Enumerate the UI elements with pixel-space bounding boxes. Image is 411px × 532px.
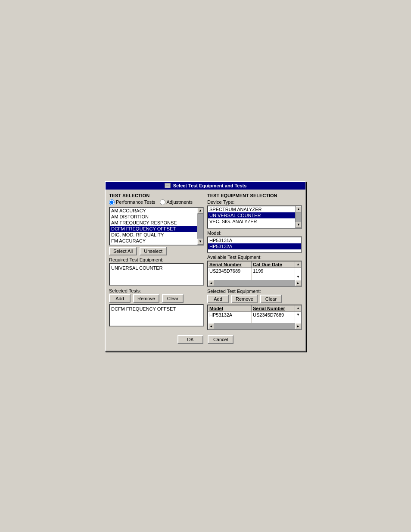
device-type-scrollbar[interactable]: ▲ ▼ [295, 206, 301, 228]
selected-equipment-label: Selected Test Equipment: [207, 289, 302, 294]
radio-adjustments-input[interactable] [160, 199, 165, 205]
scroll-track [296, 212, 302, 222]
model-label: Model: [207, 230, 302, 236]
selected-table-row: HP53132A US2345D7689 ▼ [208, 312, 301, 318]
hscroll-right-btn[interactable]: ► [295, 280, 301, 286]
model-listbox[interactable]: HP53131A HP53132A [207, 236, 302, 253]
list-item[interactable]: HP53132A [208, 243, 301, 249]
selected-tests-add-button[interactable]: Add [109, 294, 131, 303]
available-equipment-label: Available Test Equipment: [207, 255, 302, 260]
radio-adjustments-label: Adjustments [167, 199, 193, 205]
list-item[interactable]: UNIVERSAL COUNTER [208, 212, 295, 218]
selected-tests-remove-button[interactable]: Remove [133, 294, 159, 303]
tests-listbox[interactable]: AM ACCURACY AM DISTORTION AM FREQUENCY R… [109, 207, 204, 246]
selected-tests-clear-button[interactable]: Clear [162, 294, 184, 303]
required-equipment-box: UNIVERSAL COUNTER [109, 263, 204, 286]
available-hscrollbar[interactable]: ◄ ► [208, 280, 301, 286]
list-item[interactable]: AM FREQUENCY RESPONSE [110, 220, 197, 226]
selected-tests-buttons: Add Remove Clear [109, 294, 204, 303]
scroll-down-btn[interactable]: ▼ [197, 239, 203, 245]
col-scroll-up[interactable]: ▲ [295, 261, 301, 268]
list-item[interactable]: SPECTRUM ANALYZER [208, 206, 295, 212]
available-table-row: US2345D7689 1199 [208, 268, 301, 274]
device-type-label: Device Type: [207, 199, 302, 205]
list-item[interactable]: AM ACCURACY [110, 208, 197, 214]
selected-equipment-add-button[interactable]: Add [207, 295, 229, 303]
list-item[interactable]: VEC. SIG. ANALYZER [208, 218, 295, 224]
test-selection-col: TEST SELECTION Performance Tests Adjustm… [109, 193, 204, 330]
col-scroll-up-2[interactable]: ▲ [295, 305, 301, 311]
scroll-up-btn[interactable]: ▲ [296, 206, 302, 212]
dialog-title: Select Test Equipment and Tests [173, 183, 247, 188]
select-all-button[interactable]: Select All [109, 247, 137, 255]
selected-empty-rows [208, 318, 301, 323]
available-cal-cell: 1199 [252, 268, 295, 274]
scroll-down-btn[interactable]: ▼ [296, 222, 302, 228]
available-empty-rows: ▼ [208, 274, 301, 280]
list-item[interactable]: DIG. MOD. RF QUALITY [110, 232, 197, 238]
available-equipment-listbox[interactable]: Serial Number Cal Due Date ▲ US2345D7689… [207, 261, 302, 287]
col-model[interactable]: Model [208, 305, 252, 311]
hscroll-track [214, 280, 295, 286]
test-equipment-col: TEST EQUIPMENT SELECTION Device Type: SP… [207, 193, 302, 330]
scroll-track [197, 214, 203, 239]
selected-model-cell: HP53132A [208, 312, 252, 318]
tests-list[interactable]: AM ACCURACY AM DISTORTION AM FREQUENCY R… [110, 208, 197, 245]
test-equipment-selection-label: TEST EQUIPMENT SELECTION [207, 193, 302, 198]
radio-performance-tests[interactable]: Performance Tests [109, 199, 156, 205]
hscroll-left-btn[interactable]: ◄ [208, 280, 214, 286]
required-equipment-label: Required Test Equipment: [109, 257, 204, 262]
device-type-section: Device Type: SPECTRUM ANALYZER UNIVERSAL… [207, 199, 302, 229]
required-equipment-item: UNIVERSAL COUNTER [111, 265, 202, 271]
test-selection-label: TEST SELECTION [109, 193, 204, 198]
list-item[interactable]: DCFM FREQUENCY OFFSET [110, 226, 197, 232]
scroll-up-btn[interactable]: ▲ [197, 208, 203, 214]
dialog-body: TEST SELECTION Performance Tests Adjustm… [106, 190, 305, 351]
available-serial-cell: US2345D7689 [208, 268, 252, 274]
selected-equipment-clear-button[interactable]: Clear [260, 295, 282, 303]
dialog-footer: OK Cancel [109, 333, 302, 347]
selected-table-header: Model Serial Number ▲ [208, 305, 301, 312]
list-item[interactable]: HP53131A [208, 237, 301, 243]
list-item[interactable]: AM DISTORTION [110, 214, 197, 220]
selected-equipment-buttons: Add Remove Clear [207, 295, 302, 303]
main-columns: TEST SELECTION Performance Tests Adjustm… [109, 193, 302, 330]
required-equipment-section: Required Test Equipment: UNIVERSAL COUNT… [109, 257, 204, 286]
available-table-header: Serial Number Cal Due Date ▲ [208, 261, 301, 268]
device-type-list[interactable]: SPECTRUM ANALYZER UNIVERSAL COUNTER VEC.… [208, 206, 295, 228]
col-scroll-down-2[interactable]: ▼ [295, 312, 301, 318]
selected-tests-section: Selected Tests: Add Remove Clear DCFM FR… [109, 288, 204, 327]
selected-tests-box: DCFM FREQUENCY OFFSET [109, 304, 204, 327]
selected-tests-label: Selected Tests: [109, 288, 204, 293]
col-scroll-down[interactable]: ▼ [295, 274, 301, 280]
hscroll-right-btn-2[interactable]: ► [295, 323, 301, 329]
selected-test-item: DCFM FREQUENCY OFFSET [111, 306, 202, 312]
radio-performance-label: Performance Tests [116, 199, 156, 205]
selected-equipment-remove-button[interactable]: Remove [231, 295, 258, 303]
available-row-spacer [295, 268, 301, 274]
cancel-button[interactable]: Cancel [208, 335, 234, 344]
test-type-radio-group: Performance Tests Adjustments [109, 199, 204, 205]
selected-hscrollbar[interactable]: ◄ ► [208, 323, 301, 329]
list-item[interactable]: FM ACCURACY [110, 238, 197, 244]
selected-equipment-listbox[interactable]: Model Serial Number ▲ HP53132A US2345D76… [207, 305, 302, 330]
dialog-titlebar: — Select Test Equipment and Tests [106, 182, 305, 190]
model-list[interactable]: HP53131A HP53132A [208, 237, 301, 252]
dialog-select-test-equipment: — Select Test Equipment and Tests TEST S… [105, 181, 306, 352]
hscroll-left-btn-2[interactable]: ◄ [208, 323, 214, 329]
ok-button[interactable]: OK [177, 335, 203, 344]
selected-equipment-section: Selected Test Equipment: Add Remove Clea… [207, 289, 302, 330]
select-buttons-row: Select All Unselect [109, 247, 204, 255]
col-cal-due-date[interactable]: Cal Due Date [252, 261, 295, 268]
titlebar-menu-icon[interactable]: — [165, 183, 171, 188]
unselect-button[interactable]: Unselect [140, 247, 167, 255]
radio-performance-input[interactable] [109, 199, 115, 205]
selected-serial-cell: US2345D7689 [252, 312, 295, 318]
col-serial-number[interactable]: Serial Number [208, 261, 252, 268]
available-equipment-section: Available Test Equipment: Serial Number … [207, 255, 302, 287]
model-section: Model: HP53131A HP53132A [207, 230, 302, 253]
radio-adjustments[interactable]: Adjustments [160, 199, 193, 205]
device-type-listbox[interactable]: SPECTRUM ANALYZER UNIVERSAL COUNTER VEC.… [207, 205, 302, 229]
col-serial-number-2[interactable]: Serial Number [252, 305, 295, 311]
tests-list-scrollbar[interactable]: ▲ ▼ [197, 208, 203, 245]
